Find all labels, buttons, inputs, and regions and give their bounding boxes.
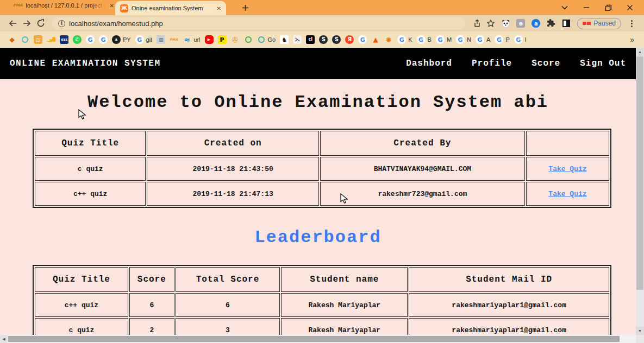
share-button[interactable] xyxy=(470,16,484,30)
bookmarks-overflow-button[interactable]: » xyxy=(630,35,639,44)
restore-button[interactable] xyxy=(597,0,619,15)
bookmark-yandex[interactable]: Я xyxy=(343,33,356,46)
bookmark-youtube[interactable]: ▶ xyxy=(203,33,216,46)
person-icon: ☻ xyxy=(516,19,525,28)
kebab-menu-icon xyxy=(627,20,636,27)
bookmark-google-b[interactable]: GB xyxy=(415,33,434,46)
bookmark-whatsapp[interactable]: ✆ xyxy=(71,33,84,46)
bookmarks-bar: ◆◫▁▄█IEEE✆GGᴥPYGgit▥PMA≈url▶P✇Go♞⋋clSSЯG… xyxy=(0,31,644,48)
scroll-left-arrow-icon[interactable]: ◀ xyxy=(0,335,8,343)
browser-window: PMA localhost / 127.0.0.1 / project / st… xyxy=(0,0,644,343)
site-info-icon[interactable]: i xyxy=(58,20,65,27)
bookmark-figure[interactable]: ⋋ xyxy=(291,33,304,46)
teal-swirl-icon xyxy=(22,36,28,43)
forward-button[interactable] xyxy=(20,16,34,30)
column-header-created-on: Created on xyxy=(147,131,318,156)
tab-close-icon[interactable]: ✕ xyxy=(217,5,221,11)
bookmark-ieee[interactable]: IEEE xyxy=(58,33,71,46)
bookmark-google-n[interactable]: GN xyxy=(454,33,473,46)
bookmark-s-dark-2[interactable]: S xyxy=(330,33,343,46)
bookmark-google-k[interactable]: GK xyxy=(395,33,414,46)
google-p-icon: G xyxy=(495,35,503,44)
bookmark-google-git[interactable]: Ggit xyxy=(133,33,155,46)
vertical-scrollbar-thumb[interactable] xyxy=(636,56,643,290)
scroll-down-arrow-icon[interactable]: ▼ xyxy=(636,327,644,335)
table-row: c++ quiz 6 6 Rakesh Mariyaplar rakeshmar… xyxy=(35,293,609,317)
bookmark-cl-black[interactable]: cl xyxy=(304,33,317,46)
vertical-scrollbar[interactable]: ▲ ▼ xyxy=(636,48,644,335)
total-score-cell: 6 xyxy=(176,293,280,317)
bookmark-orange-badge[interactable]: ◫ xyxy=(32,33,45,46)
bookmark-movie-cam[interactable]: ✇ xyxy=(229,33,242,46)
profile-avatar-button[interactable] xyxy=(561,18,571,28)
plus-icon xyxy=(242,4,249,11)
bookmark-google-1[interactable]: G xyxy=(84,33,97,46)
bookmark-github-py[interactable]: ᴥPY xyxy=(110,33,133,46)
nav-link-signout[interactable]: Sign Out xyxy=(580,59,626,68)
nav-link-score[interactable]: Score xyxy=(532,59,560,68)
bookmark-phpmyadmin[interactable]: PMA xyxy=(167,33,180,46)
sync-paused-button[interactable]: Paused xyxy=(577,18,621,29)
mouse-cursor xyxy=(78,109,86,120)
bookmark-teal-ring-go[interactable]: Go xyxy=(255,33,278,46)
bookmark-google-3[interactable]: G xyxy=(356,33,369,46)
reload-button[interactable] xyxy=(34,16,48,30)
bookmark-label: git xyxy=(146,36,153,43)
bookmark-star-button[interactable] xyxy=(484,16,498,30)
minimize-button[interactable] xyxy=(576,0,597,15)
new-tab-button[interactable] xyxy=(239,2,251,14)
extensions-menu-button[interactable] xyxy=(546,18,556,28)
bookmark-gem[interactable]: ◆ xyxy=(5,33,18,46)
tab-search-chevron-button[interactable] xyxy=(554,0,576,15)
table-row: c quiz 2019-11-18 21:43:50 BHATVINAYAK94… xyxy=(35,157,609,181)
youtube-icon: ▶ xyxy=(205,35,214,44)
take-quiz-link[interactable]: Take Quiz xyxy=(548,190,586,198)
bookmark-eye[interactable]: ✺ xyxy=(382,33,395,46)
bookmark-google-a[interactable]: GA xyxy=(473,33,492,46)
site-nav-links: Dashbord Profile Score Sign Out xyxy=(406,59,626,68)
bookmark-google-2[interactable]: G xyxy=(97,33,110,46)
star-icon xyxy=(486,19,495,28)
eye-icon: ✺ xyxy=(384,35,393,44)
bookmark-kiosk[interactable]: ▥ xyxy=(154,33,167,46)
leaderboard-header-row: Quiz Title Score Total Score Student nam… xyxy=(35,267,609,292)
tab-close-icon[interactable]: ✕ xyxy=(110,3,114,9)
bookmark-green-ring[interactable] xyxy=(242,33,255,46)
created-by-cell: BHATVINAYAK94@GMAIL.COM xyxy=(320,157,525,181)
bookmark-label: A xyxy=(486,36,490,43)
google-k-icon: G xyxy=(397,35,406,44)
horizontal-scrollbar-thumb[interactable] xyxy=(8,336,620,342)
extension-a-icon[interactable]: a xyxy=(531,18,541,28)
bookmark-p-yellow[interactable]: P xyxy=(216,33,229,46)
tab-exam-system-active[interactable]: Ж Onine examination System ✕ xyxy=(115,1,226,15)
bookmark-analytics[interactable]: ▁▄█ xyxy=(45,33,58,46)
page-viewport: ONLINE EXAMINATION SYSTEM Dashbord Profi… xyxy=(0,48,636,343)
tab-phpmyadmin[interactable]: PMA localhost / 127.0.0.1 / project / st… xyxy=(13,2,114,9)
close-window-button[interactable] xyxy=(619,0,641,15)
bookmark-teal-swirl[interactable] xyxy=(18,33,32,46)
bookmark-matlab[interactable]: ▲ xyxy=(369,33,382,46)
bookmark-google-m[interactable]: GM xyxy=(434,33,454,46)
bookmark-google-i[interactable]: GI xyxy=(512,33,529,46)
bookmark-goose[interactable]: ♞ xyxy=(278,33,291,46)
bookmark-google-p[interactable]: GP xyxy=(492,33,511,46)
scroll-up-arrow-icon[interactable]: ▲ xyxy=(636,48,644,56)
tab-title: Onine examination System xyxy=(132,5,214,11)
nav-link-dashboard[interactable]: Dashbord xyxy=(406,59,452,68)
nav-link-profile[interactable]: Profile xyxy=(472,59,512,68)
gem-icon: ◆ xyxy=(8,35,16,44)
browser-menu-button[interactable] xyxy=(624,16,639,30)
tab-strip: PMA localhost / 127.0.0.1 / project / st… xyxy=(0,0,644,15)
back-button[interactable] xyxy=(5,16,20,30)
bookmark-label: url xyxy=(193,36,200,43)
panda-icon xyxy=(501,19,510,28)
bookmark-s-dark-1[interactable]: S xyxy=(317,33,330,46)
extension-person-icon[interactable]: ☻ xyxy=(516,18,526,28)
bookmark-blue-wave-url[interactable]: ≈url xyxy=(180,33,202,46)
take-quiz-link[interactable]: Take Quiz xyxy=(548,165,586,173)
extension-panda-icon[interactable] xyxy=(501,18,510,28)
scrollbar-corner xyxy=(636,335,644,343)
address-bar[interactable]: i localhost/exam/homestud.php xyxy=(52,17,465,30)
horizontal-scrollbar[interactable]: ◀ xyxy=(0,335,636,343)
whatsapp-icon: ✆ xyxy=(73,35,82,44)
